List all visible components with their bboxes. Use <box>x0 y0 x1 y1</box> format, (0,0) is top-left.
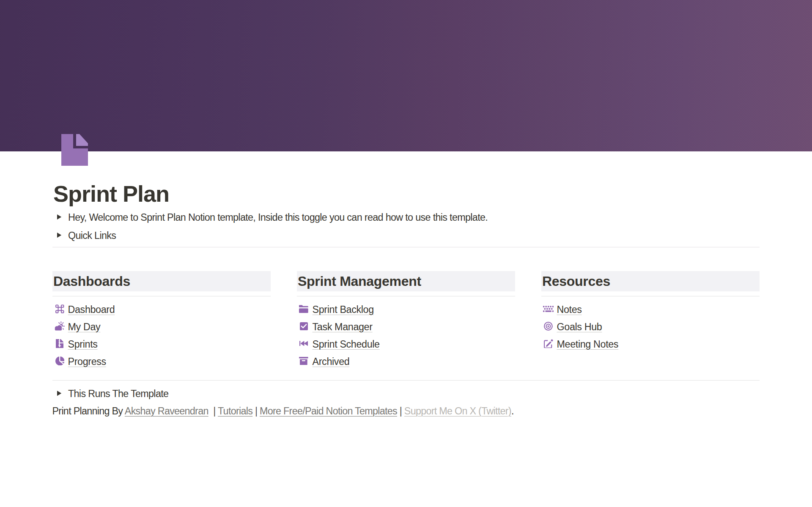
keyboard-icon <box>541 306 556 312</box>
footer-separator: | <box>252 406 260 417</box>
column-dashboards: Dashboards Dashboard <box>52 271 271 291</box>
page-link-meeting-notes[interactable]: Meeting Notes <box>541 335 760 353</box>
folder-icon <box>297 305 311 313</box>
page-link-label[interactable]: Archived <box>313 355 350 368</box>
column-divider <box>297 296 515 296</box>
page-link-label[interactable]: Progress <box>68 355 106 368</box>
page-link-dashboard[interactable]: Dashboard <box>52 301 271 318</box>
column-divider <box>52 296 271 296</box>
page-link-sprints[interactable]: Sprints <box>52 335 271 353</box>
divider <box>52 247 760 247</box>
toggle-this-runs-the-template[interactable]: This Runs The Template <box>52 387 168 400</box>
toggle-triangle-icon[interactable] <box>57 214 61 219</box>
page-link-label[interactable]: Sprints <box>68 338 98 351</box>
footer-link-tutorials[interactable]: Tutorials <box>218 406 252 417</box>
footer-separator: | <box>208 406 218 417</box>
pie-chart-icon <box>52 357 67 366</box>
footer-prefix: Print Planning By <box>52 406 125 417</box>
toggle-welcome[interactable]: Hey, Welcome to Sprint Plan Notion templ… <box>52 211 488 224</box>
page-link-task-manager[interactable]: Task Manager <box>297 318 515 335</box>
footer-credits: Print Planning By Akshay Raveendran | Tu… <box>52 405 514 418</box>
page-link-my-day[interactable]: My Day <box>52 318 271 335</box>
page-title: Sprint Plan <box>53 182 169 205</box>
column-heading: Sprint Management <box>297 271 515 291</box>
toggle-runs-label[interactable]: This Runs The Template <box>68 387 168 400</box>
page-link-label[interactable]: Sprint Schedule <box>313 338 380 351</box>
column-divider <box>541 296 760 296</box>
toggle-welcome-label[interactable]: Hey, Welcome to Sprint Plan Notion templ… <box>68 211 488 224</box>
toggle-triangle-icon[interactable] <box>57 391 61 396</box>
toggle-quick-links[interactable]: Quick Links <box>52 229 116 242</box>
page-cover[interactable] <box>0 0 812 151</box>
target-icon <box>541 322 556 331</box>
file-zipper-icon <box>52 340 67 349</box>
page-link-label[interactable]: Goals Hub <box>557 321 602 333</box>
footer-link-author[interactable]: Akshay Raveendran <box>125 406 208 417</box>
footer-link-support[interactable]: Support Me On X (Twitter) <box>404 406 511 417</box>
archive-box-icon <box>297 357 311 366</box>
footer-suffix: . <box>511 406 514 417</box>
page-link-sprint-schedule[interactable]: Sprint Schedule <box>297 335 515 353</box>
page-link-notes[interactable]: Notes <box>541 301 760 318</box>
page-link-label[interactable]: Task Manager <box>313 321 373 333</box>
toggle-triangle-icon[interactable] <box>57 233 61 238</box>
command-icon <box>52 305 67 314</box>
page-link-sprint-backlog[interactable]: Sprint Backlog <box>297 301 515 318</box>
page-link-label[interactable]: Meeting Notes <box>557 338 619 351</box>
page-link-archived[interactable]: Archived <box>297 353 515 370</box>
page-link-label[interactable]: Notes <box>557 303 582 316</box>
page-link-goals-hub[interactable]: Goals Hub <box>541 318 760 335</box>
toggle-quick-links-label[interactable]: Quick Links <box>68 229 116 242</box>
pen-square-icon <box>541 340 556 349</box>
notion-page: Sprint Plan Hey, Welcome to Sprint Plan … <box>0 0 812 507</box>
cloud-sun-icon <box>52 322 67 332</box>
divider <box>52 380 760 381</box>
column-resources: Resources <box>541 271 760 291</box>
checkbox-icon <box>297 323 311 331</box>
column-heading: Dashboards <box>52 271 271 291</box>
page-link-label[interactable]: Dashboard <box>68 303 115 316</box>
footer-separator: | <box>397 406 404 417</box>
column-sprint-management: Sprint Management Sprint Backlog Task Ma… <box>297 271 515 291</box>
page-link-label[interactable]: My Day <box>68 321 101 333</box>
page-link-progress[interactable]: Progress <box>52 353 271 370</box>
page-icon[interactable] <box>61 134 88 166</box>
backward-fast-icon <box>297 341 311 346</box>
page-link-label[interactable]: Sprint Backlog <box>313 303 374 316</box>
column-heading: Resources <box>541 271 760 291</box>
footer-link-templates[interactable]: More Free/Paid Notion Templates <box>260 406 397 417</box>
